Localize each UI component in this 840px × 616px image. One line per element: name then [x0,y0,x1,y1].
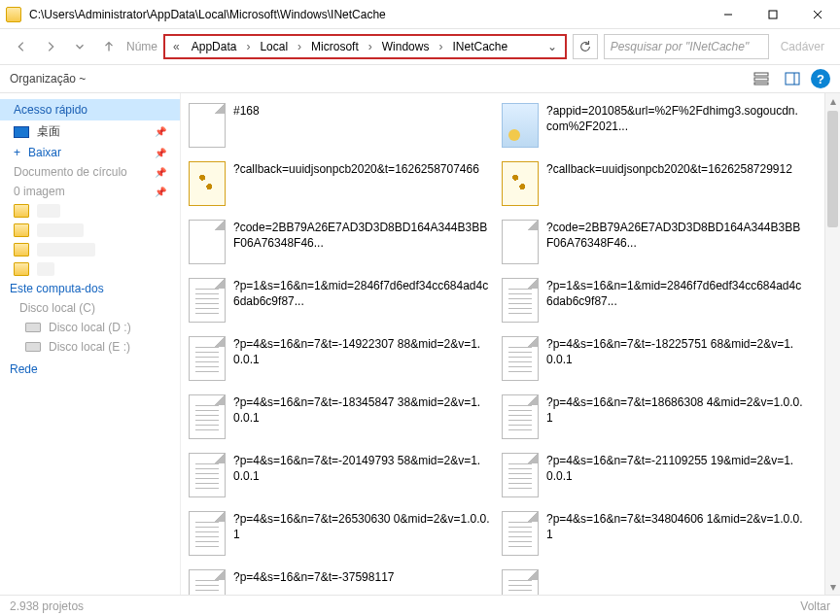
file-name: ?p=4&s=16&n=7&t=18686308 4&mid=2&v=1.0.0… [546,394,803,426]
file-item[interactable]: ?p=4&s=16&n=7&t=-14922307 88&mid=2&v=1.0… [189,336,490,381]
file-item[interactable]: ?p=4&s=16&n=7&t=-20149793 58&mid=2&v=1.0… [189,453,490,497]
sidebar-folder-4[interactable]: xxx [0,259,180,279]
crumb-appdata[interactable]: AppData [186,38,243,55]
close-button[interactable] [795,0,840,29]
cadaver-label: Cadáver [775,40,830,53]
scroll-down-icon[interactable]: ▾ [825,579,840,595]
main-content: Acesso rápido 桌面📌 +Baixar📌 Documento de … [0,93,840,595]
refresh-button[interactable] [573,34,598,59]
up-button[interactable] [97,35,121,58]
blank-file-icon [189,220,226,264]
sidebar-folder-3[interactable]: xxxxxxxxxx [0,240,180,259]
sidebar-item-label: Disco local (D :) [49,321,131,334]
file-item[interactable]: ?p=4&s=16&n=7&t=-18225751 68&mid=2&v=1.0… [502,336,803,381]
help-icon[interactable]: ? [811,69,830,88]
number-label: Núme [126,40,158,53]
pin-icon: 📌 [155,167,166,178]
file-item[interactable]: ?code=2BB79A26E7AD3D3D8BD164A344B3BBF06A… [189,220,490,264]
file-item[interactable]: ?p=4&s=16&n=7&t=-18345847 38&mid=2&v=1.0… [189,394,490,439]
scrollbar-thumb[interactable] [827,111,838,227]
recent-dropdown[interactable] [68,35,91,58]
folder-icon [14,243,29,257]
breadcrumb[interactable]: « AppData› Local› Microsoft› Windows› IN… [163,34,567,59]
file-item[interactable]: ?p=1&s=16&n=1&mid=2846f7d6edf34cc684ad4c… [189,278,490,323]
sidebar-local-d[interactable]: Disco local (D :) [0,318,180,337]
txt-file-icon [502,278,539,323]
file-item[interactable]: ?p=4&s=16&n=7&t=34804606 1&mid=2&v=1.0.0… [502,511,803,556]
file-item[interactable]: ?appid=201085&url=%2F%2Fdhimg3.sogoucdn.… [502,103,803,148]
file-name: ?callback=uuidjsonpcb2020&t=162625870746… [233,161,479,177]
file-list[interactable]: #168?appid=201085&url=%2F%2Fdhimg3.sogou… [181,93,840,595]
txt-file-icon [189,336,226,381]
minimize-button[interactable] [706,0,751,29]
file-item[interactable]: ?code=2BB79A26E7AD3D3D8BD164A344B3BBF06A… [502,220,803,264]
status-bar: 2.938 projetos Voltar [0,595,840,616]
sidebar-this-pc[interactable]: Este computa-dos [0,279,180,298]
sidebar-item-documents[interactable]: Documento de círculo📌 [0,162,180,182]
sidebar-item-label: Disco local (C) [19,301,95,315]
maximize-button[interactable] [751,0,795,29]
search-input[interactable]: Pesquisar por "INetCache" [604,34,769,59]
txt-file-icon [502,569,539,595]
pin-icon: 📌 [155,126,166,137]
sidebar-item-label: xxxx [37,204,60,218]
file-item[interactable]: ?p=4&s=16&n=7&t=18686308 4&mid=2&v=1.0.0… [502,394,803,439]
file-name: ?p=4&s=16&n=7&t=26530630 0&mid=2&v=1.0.0… [233,511,490,542]
crumb-microsoft[interactable]: Microsoft [305,38,365,55]
sidebar-item-desktop[interactable]: 桌面📌 [0,120,180,143]
window-title: C:\Users\Administrator\AppData\Local\Mic… [29,8,706,21]
svg-rect-4 [754,73,768,76]
sidebar-item-label: Disco local (E :) [49,340,130,354]
file-item[interactable] [502,569,803,595]
file-name: ?p=4&s=16&n=7&t=-21109255 19&mid=2&v=1.0… [546,453,803,484]
file-item[interactable]: ?p=1&s=16&n=1&mid=2846f7d6edf34cc684ad4c… [502,278,803,323]
crumb-windows[interactable]: Windows [376,38,436,55]
organize-menu[interactable]: Organização ~ [10,72,86,86]
sidebar-item-label: Baixar [28,146,61,159]
txt-file-icon [189,453,226,497]
address-dropdown-icon[interactable]: ⌄ [543,40,561,53]
sidebar-local-e[interactable]: Disco local (E :) [0,337,180,357]
sidebar-folder-2[interactable]: xxxxxxxx [0,221,180,240]
sidebar-folder-1[interactable]: xxxx [0,201,180,221]
back-button[interactable] [10,35,33,58]
crumb-inetcache[interactable]: INetCache [446,38,513,55]
scroll-up-icon[interactable]: ▴ [825,93,840,109]
forward-button[interactable] [39,35,62,58]
svg-rect-5 [754,78,768,81]
file-name: ?p=4&s=16&n=7&t=-20149793 58&mid=2&v=1.0… [233,453,490,484]
preview-pane-icon[interactable] [780,68,805,89]
txt-file-icon [502,394,539,439]
txt-file-icon [502,453,539,497]
blank-file-icon [189,103,226,148]
address-bar-row: Núme « AppData› Local› Microsoft› Window… [0,29,840,64]
sidebar-network[interactable]: Rede [0,357,180,378]
blank-file-icon [502,220,539,264]
sidebar-quick-access[interactable]: Acesso rápido [0,99,180,120]
breadcrumb-overflow-icon[interactable]: « [169,40,184,53]
folder-icon [14,223,29,237]
file-item[interactable]: ?callback=uuidjsonpcb2020&t=162625872991… [502,161,803,206]
file-item[interactable]: ?p=4&s=16&n=7&t=26530630 0&mid=2&v=1.0.0… [189,511,490,556]
crumb-local[interactable]: Local [254,38,294,55]
img-file-icon [502,103,539,148]
txt-file-icon [189,278,226,323]
file-item[interactable]: ?p=4&s=16&n=7&t=-37598117 [189,569,490,595]
pin-icon: 📌 [155,187,166,197]
chevron-right-icon: › [244,40,252,53]
sidebar-item-label: Este computa-dos [10,282,104,295]
desktop-icon [14,126,29,138]
folder-icon [14,204,29,218]
window-folder-icon [6,7,21,22]
file-item[interactable]: ?callback=uuidjsonpcb2020&t=162625870746… [189,161,490,206]
item-count: 2.938 projetos [10,599,84,613]
sidebar-item-images[interactable]: 0 imagem📌 [0,182,180,201]
file-name: ?p=1&s=16&n=1&mid=2846f7d6edf34cc684ad4c… [233,278,490,309]
svg-rect-6 [754,83,768,85]
sidebar-local-c[interactable]: Disco local (C) [0,298,180,318]
file-item[interactable]: ?p=4&s=16&n=7&t=-21109255 19&mid=2&v=1.0… [502,453,803,497]
sidebar-item-downloads[interactable]: +Baixar📌 [0,143,180,162]
view-list-icon[interactable] [749,68,774,89]
file-item[interactable]: #168 [189,103,490,148]
vertical-scrollbar[interactable]: ▴ ▾ [824,93,840,595]
